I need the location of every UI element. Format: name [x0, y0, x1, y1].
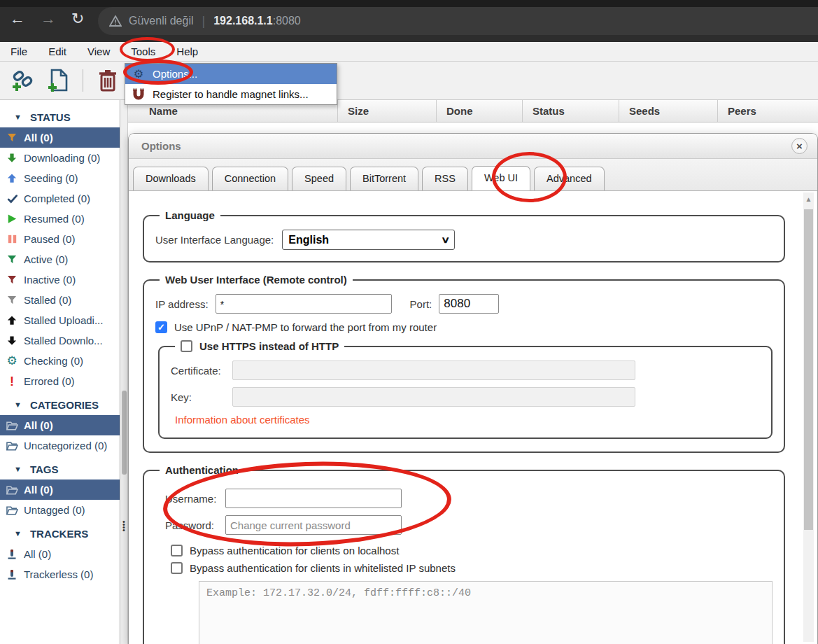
column-header-peers[interactable]: Peers [718, 100, 818, 122]
webui-legend: Web User Interface (Remote control) [160, 274, 353, 286]
menu-file[interactable]: File [10, 46, 27, 57]
sidebar-item-paused[interactable]: Paused (0) [0, 229, 120, 249]
menu-help[interactable]: Help [176, 46, 198, 57]
whitelisted-subnets-textarea[interactable] [199, 581, 773, 644]
tab-downloads[interactable]: Downloads [133, 167, 209, 190]
tab-rss[interactable]: RSS [422, 167, 468, 190]
language-fieldset: Language User Interface Language: Englis… [143, 209, 785, 262]
authentication-fieldset: Authentication Username: Password: Bypas… [143, 464, 785, 644]
dialog-title: Options [141, 140, 791, 152]
sidebar-item-uncategorized[interactable]: Uncategorized (0) [0, 435, 120, 456]
chevron-down-icon: ∨ [441, 234, 450, 245]
https-checkbox[interactable] [181, 340, 192, 352]
not-secure-warning-icon [109, 15, 122, 27]
categories-section-header[interactable]: ▼ CATEGORIES [0, 394, 120, 415]
tab-web-ui[interactable]: Web UI [472, 166, 530, 190]
https-legend: Use HTTPS instead of HTTP [175, 340, 344, 352]
file-plus-icon [48, 69, 69, 92]
webui-settings-panel: Language User Interface Language: Englis… [129, 191, 817, 644]
sidebar-item-all-status[interactable]: All (0) [0, 127, 120, 148]
sidebar-item-trackerless[interactable]: Trackerless (0) [0, 564, 120, 584]
add-torrent-file-button[interactable] [46, 68, 70, 93]
sidebar-item-downloading[interactable]: Downloading (0) [0, 148, 120, 168]
menu-edit[interactable]: Edit [48, 46, 66, 57]
tab-advanced[interactable]: Advanced [534, 167, 605, 190]
certificate-input[interactable] [232, 360, 635, 380]
folder-icon [6, 505, 18, 516]
address-bar[interactable]: Güvenli değil | 192.168.1.1 :8080 [98, 7, 818, 35]
funnel-icon [6, 132, 18, 144]
sidebar-item-resumed[interactable]: Resumed (0) [0, 209, 120, 229]
password-input[interactable] [225, 515, 402, 535]
url-host: 192.168.1.1 [213, 15, 273, 27]
sidebar-item-stalled-downloading[interactable]: Stalled Downlo... [0, 330, 120, 351]
key-input[interactable] [232, 387, 635, 407]
webui-fieldset: Web User Interface (Remote control) IP a… [143, 274, 785, 453]
collapse-triangle-icon: ▼ [14, 465, 22, 473]
filters-sidebar: ▼ STATUS All (0) Downloading (0) Seeding… [0, 100, 120, 644]
scroll-up-icon[interactable]: ▲ [803, 195, 814, 203]
browser-chrome: ← → ↻ Güvenli değil | 192.168.1.1 :8080 [0, 0, 818, 42]
tags-section-header[interactable]: ▼ TAGS [0, 458, 120, 479]
add-torrent-link-button[interactable] [11, 68, 35, 93]
tab-bittorrent[interactable]: BitTorrent [350, 167, 418, 190]
sidebar-splitter[interactable]: •••• [121, 100, 128, 644]
upnp-checkbox[interactable]: ✓ [155, 321, 167, 333]
sidebar-item-stalled-uploading[interactable]: Stalled Uploadi... [0, 310, 120, 330]
sidebar-scrollbar-thumb[interactable] [122, 391, 127, 475]
sidebar-item-untagged[interactable]: Untagged (0) [0, 500, 120, 520]
bypass-localhost-label[interactable]: Bypass authentication for clients on loc… [190, 545, 399, 556]
sidebar-item-checking[interactable]: ⚙ Checking (0) [0, 351, 120, 371]
sidebar-item-inactive[interactable]: Inactive (0) [0, 270, 120, 290]
sidebar-item-stalled[interactable]: Stalled (0) [0, 290, 120, 310]
toolbar-separator [83, 69, 83, 92]
https-fieldset: Use HTTPS instead of HTTP Certificate: K… [158, 340, 773, 439]
username-input[interactable] [225, 489, 402, 508]
sidebar-item-completed[interactable]: Completed (0) [0, 188, 120, 209]
tab-speed[interactable]: Speed [292, 167, 346, 190]
trackers-section-header[interactable]: ▼ TRACKERS [0, 523, 120, 544]
folder-icon [6, 484, 18, 496]
folder-icon [6, 440, 18, 451]
close-icon[interactable]: × [791, 138, 808, 154]
upnp-label[interactable]: Use UPnP / NAT-PMP to forward the port f… [174, 321, 437, 333]
sidebar-item-errored[interactable]: ! Errored (0) [0, 371, 120, 391]
sidebar-item-seeding[interactable]: Seeding (0) [0, 168, 120, 188]
dialog-scrollbar[interactable]: ▲ [803, 192, 814, 642]
ui-language-select[interactable]: English ∨ [282, 230, 455, 250]
link-plus-icon [12, 69, 34, 92]
arrow-down-icon [6, 153, 18, 164]
ip-address-input[interactable] [216, 294, 392, 314]
folder-icon [6, 420, 18, 431]
funnel-icon [6, 274, 18, 286]
gear-icon: ⚙ [131, 69, 146, 80]
column-header-done[interactable]: Done [437, 100, 523, 122]
reload-icon[interactable]: ↻ [71, 11, 84, 27]
sidebar-item-all-tags[interactable]: All (0) [0, 479, 120, 500]
menu-item-options[interactable]: ⚙ Options... [125, 64, 337, 84]
port-input[interactable] [439, 294, 499, 314]
back-icon[interactable]: ← [10, 11, 25, 27]
sidebar-item-all-trackers[interactable]: All (0) [0, 544, 120, 564]
menu-view[interactable]: View [87, 46, 110, 57]
security-warning-text[interactable]: Güvenli değil [129, 15, 194, 27]
dialog-scrollbar-thumb[interactable] [804, 209, 813, 530]
menu-item-register-magnet[interactable]: Register to handle magnet links... [125, 84, 337, 104]
main-toolbar [0, 62, 818, 100]
tab-connection[interactable]: Connection [212, 167, 288, 190]
bypass-subnets-label[interactable]: Bypass authentication for clients in whi… [190, 562, 456, 574]
certificate-info-link[interactable]: Information about certificates [175, 414, 310, 426]
bypass-localhost-checkbox[interactable] [171, 545, 183, 556]
column-header-status[interactable]: Status [523, 100, 619, 122]
status-section-header[interactable]: ▼ STATUS [0, 106, 120, 127]
sidebar-item-active[interactable]: Active (0) [0, 249, 120, 270]
delete-button[interactable] [96, 68, 120, 93]
sidebar-item-all-categories[interactable]: All (0) [0, 415, 120, 435]
dialog-titlebar[interactable]: Options × [129, 134, 817, 159]
menu-tools[interactable]: Tools [131, 46, 155, 57]
column-header-seeds[interactable]: Seeds [619, 100, 718, 122]
exclamation-icon: ! [6, 376, 18, 387]
column-header-size[interactable]: Size [338, 100, 437, 122]
bypass-subnets-checkbox[interactable] [171, 562, 183, 574]
forward-icon[interactable]: → [41, 11, 56, 27]
